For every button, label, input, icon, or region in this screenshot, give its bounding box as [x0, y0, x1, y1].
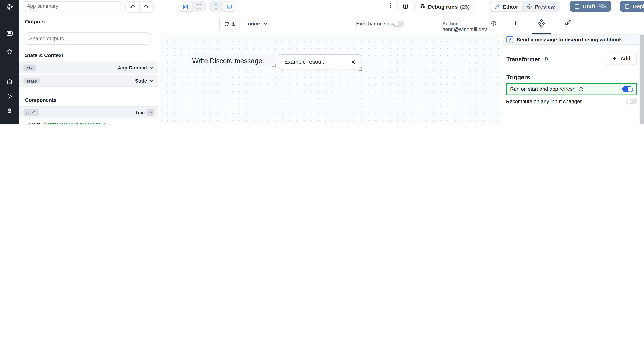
hide-bar-toggle[interactable]: [394, 21, 404, 27]
runs-play-icon[interactable]: [0, 93, 19, 100]
component-row-a[interactable]: a Text: [19, 106, 158, 118]
docs-book-icon[interactable]: [398, 1, 414, 12]
run-on-start-row[interactable]: Run on start and app refresh: [506, 83, 637, 96]
ctx-badge: ctx: [24, 64, 36, 71]
info-icon: [543, 56, 548, 62]
favorites-star-icon[interactable]: [0, 48, 19, 55]
hide-bar-label: Hide bar on view: [356, 21, 394, 27]
collapse-chevron-up[interactable]: [147, 109, 154, 116]
preview-eye-icon: [526, 4, 532, 10]
app-editor: $ ⚙ ? ↶ ↷: [0, 0, 644, 124]
state-row[interactable]: state State: [19, 75, 158, 86]
tab-theme-brush-icon[interactable]: [564, 19, 572, 27]
home-icon[interactable]: [0, 78, 19, 85]
canvas-toolbar: 1 once Hide bar on view Author henri@win…: [158, 13, 502, 35]
draft-shortcut: ⌘S: [598, 3, 606, 10]
outputs-title: Outputs: [25, 19, 45, 25]
redo-icon[interactable]: ↷: [140, 2, 153, 12]
windmill-logo[interactable]: [0, 3, 19, 10]
info-icon: [578, 86, 584, 92]
active-tab-underline: [532, 33, 551, 34]
chevron-down-icon: [263, 21, 268, 26]
transformer-title: Transformer: [506, 56, 548, 62]
state-type: State: [135, 78, 147, 84]
chevron-down-icon: [149, 65, 154, 70]
schedule-dropdown[interactable]: once: [248, 18, 268, 29]
chevron-down-icon: [149, 78, 154, 83]
info-icon[interactable]: [491, 20, 496, 26]
undo-icon[interactable]: ↶: [126, 2, 139, 12]
fullscreen-icon[interactable]: [192, 2, 206, 12]
app-canvas[interactable]: Write Discord message: Example resou... …: [161, 35, 499, 124]
editor-preview-toggle: Editor Preview: [490, 1, 560, 12]
clear-x-icon[interactable]: ✕: [351, 58, 356, 65]
add-transformer-button[interactable]: ＋Add: [606, 52, 636, 65]
triggers-title: Triggers: [506, 74, 530, 80]
ctx-row[interactable]: ctx App Context: [19, 62, 158, 74]
app-summary-input[interactable]: [23, 1, 121, 11]
layout-toggle-group: [178, 1, 206, 12]
ctx-type: App Context: [118, 65, 147, 70]
desktop-icon[interactable]: [222, 2, 236, 12]
hand-pointer-icon: [31, 110, 36, 115]
save-icon: [574, 4, 580, 9]
refresh-icon: [224, 21, 229, 27]
resize-handle[interactable]: [358, 67, 362, 71]
undo-redo-group: ↶ ↷: [125, 1, 154, 13]
prop-line: result : "Write Discord message:": [26, 122, 105, 124]
resize-handle[interactable]: [272, 64, 276, 68]
sidebar-divider: [0, 61, 19, 61]
recompute-row: Recompute on any input changes: [506, 98, 637, 104]
outputs-panel: Outputs State & Context ctx App Context …: [19, 13, 158, 124]
top-toolbar: ↶ ↷ ⋮ Debug runs (23): [19, 0, 644, 14]
runnable-header: f Send a message to discord using webhoo…: [502, 34, 644, 45]
refresh-count: 1: [232, 21, 235, 27]
tab-editor[interactable]: Editor: [490, 2, 522, 12]
settings-tabs: ＋: [502, 13, 644, 34]
mobile-icon[interactable]: [209, 2, 222, 12]
center-align-icon[interactable]: [178, 2, 192, 12]
device-toggle-group: [209, 1, 236, 12]
kebab-menu-icon[interactable]: ⋮: [388, 2, 394, 10]
debug-runs-button[interactable]: Debug runs (23): [416, 1, 474, 12]
component-type: Text: [135, 110, 145, 115]
panel-scrollbar[interactable]: [640, 35, 644, 124]
refresh-count-button[interactable]: 1: [219, 18, 240, 30]
left-nav-sidebar: $ ⚙ ?: [0, 0, 19, 124]
recompute-toggle[interactable]: [626, 98, 637, 104]
components-title: Components: [25, 97, 56, 103]
component-settings-panel: ＋ f Send a message to discord using webh…: [502, 13, 644, 124]
debug-runs-count: (23): [460, 4, 470, 10]
bug-icon: [420, 4, 426, 10]
state-context-title: State & Context: [25, 52, 63, 58]
text-component[interactable]: Write Discord message:: [192, 54, 276, 68]
run-on-start-toggle[interactable]: [622, 86, 633, 92]
deploy-button[interactable]: Deploy: [620, 1, 644, 12]
search-outputs-input[interactable]: [24, 32, 150, 45]
function-icon: f: [506, 36, 514, 43]
tab-settings-diamonds-icon[interactable]: [537, 19, 546, 28]
tab-preview[interactable]: Preview: [522, 2, 559, 12]
apps-icon[interactable]: [0, 30, 19, 37]
draft-button[interactable]: Draft ⌘S: [570, 1, 611, 12]
state-badge: state: [24, 77, 40, 84]
runnable-header-title: Send a message to discord using webhook: [517, 37, 622, 43]
tab-insert-plus-icon[interactable]: ＋: [512, 18, 519, 28]
save-icon: [624, 4, 630, 9]
variables-dollar-icon[interactable]: $: [0, 107, 19, 115]
pencil-icon: [494, 4, 500, 10]
debug-runs-label: Debug runs: [428, 4, 458, 10]
resource-select-component[interactable]: Example resou... ✕: [279, 54, 361, 70]
